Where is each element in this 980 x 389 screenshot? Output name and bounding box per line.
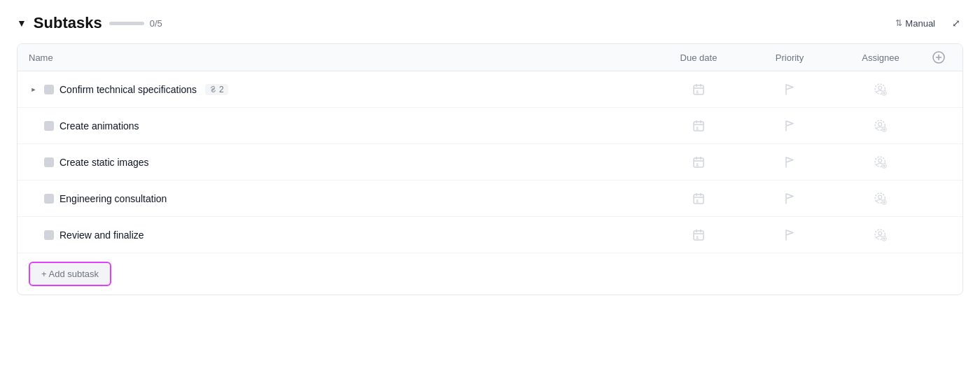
svg-point-17 [878, 122, 882, 126]
table-row: ► Confirm technical specifications 2 [18, 71, 962, 108]
col-header-name: Name [29, 52, 653, 63]
table-row: ► Engineering consultation [18, 181, 962, 217]
row-checkbox[interactable] [44, 121, 54, 131]
sort-icon: ⇅ [895, 18, 902, 28]
manual-button[interactable]: ⇅ Manual [890, 15, 941, 31]
svg-point-35 [878, 195, 882, 199]
circle-plus-icon [932, 51, 945, 64]
col-header-priority: Priority [744, 52, 835, 63]
row-checkbox[interactable] [44, 194, 54, 204]
progress-bar-container: 0/5 [109, 18, 162, 29]
due-date-cell[interactable] [653, 192, 744, 206]
table-row: ► Create animations [18, 108, 962, 144]
section-title: Subtasks [34, 14, 102, 32]
row-name-cell: ► Engineering consultation [29, 193, 653, 204]
section-header: ▼ Subtasks 0/5 ⇅ Manual ⤢ [17, 14, 963, 32]
row-name-cell: ► Confirm technical specifications 2 [29, 84, 653, 95]
manual-label: Manual [905, 18, 935, 29]
assignee-cell[interactable] [835, 155, 926, 169]
priority-cell[interactable] [744, 192, 835, 206]
priority-cell[interactable] [744, 228, 835, 242]
row-task-name: Create static images [59, 157, 149, 168]
row-checkbox[interactable] [44, 85, 54, 94]
priority-cell[interactable] [744, 83, 835, 97]
subtask-count: 2 [219, 85, 224, 94]
assignee-cell[interactable] [835, 192, 926, 206]
svg-point-8 [878, 86, 882, 90]
expand-row-button[interactable]: ► [29, 85, 38, 94]
table-row: ► Create static images [18, 144, 962, 181]
row-task-name: Review and finalize [59, 229, 144, 241]
row-checkbox[interactable] [44, 157, 54, 167]
progress-text: 0/5 [150, 18, 162, 29]
link-icon [209, 85, 217, 93]
due-date-cell[interactable] [653, 119, 744, 133]
priority-cell[interactable] [744, 119, 835, 133]
table-row: ► Review and finalize [18, 217, 962, 253]
row-name-cell: ► Create animations [29, 120, 653, 132]
svg-point-26 [878, 159, 882, 162]
due-date-cell[interactable] [653, 228, 744, 242]
row-task-name: Confirm technical specifications [59, 84, 197, 95]
row-task-name: Create animations [59, 120, 139, 132]
add-column-button[interactable] [926, 51, 951, 64]
subtask-count-badge[interactable]: 2 [205, 84, 228, 95]
subtasks-table: Name Due date Priority Assignee ► Confir… [17, 43, 963, 295]
add-subtask-button[interactable]: + Add subtask [29, 262, 111, 286]
page-container: ▼ Subtasks 0/5 ⇅ Manual ⤢ Name Due date … [0, 0, 980, 309]
assignee-cell[interactable] [835, 83, 926, 97]
due-date-cell[interactable] [653, 155, 744, 169]
chevron-icon[interactable]: ▼ [17, 17, 27, 29]
col-header-assignee: Assignee [835, 52, 926, 63]
assignee-cell[interactable] [835, 228, 926, 242]
add-subtask-row: + Add subtask [18, 253, 962, 295]
header-left: ▼ Subtasks 0/5 [17, 14, 162, 32]
row-checkbox[interactable] [44, 230, 54, 240]
row-name-cell: ► Create static images [29, 157, 653, 168]
col-header-due-date: Due date [653, 52, 744, 63]
due-date-cell[interactable] [653, 83, 744, 97]
table-header: Name Due date Priority Assignee [18, 44, 962, 71]
progress-bar-track [109, 22, 144, 25]
row-name-cell: ► Review and finalize [29, 229, 653, 241]
row-task-name: Engineering consultation [59, 193, 167, 204]
assignee-cell[interactable] [835, 119, 926, 133]
header-right: ⇅ Manual ⤢ [890, 15, 963, 31]
svg-point-44 [878, 232, 882, 235]
priority-cell[interactable] [744, 155, 835, 169]
expand-icon[interactable]: ⤢ [949, 15, 963, 31]
